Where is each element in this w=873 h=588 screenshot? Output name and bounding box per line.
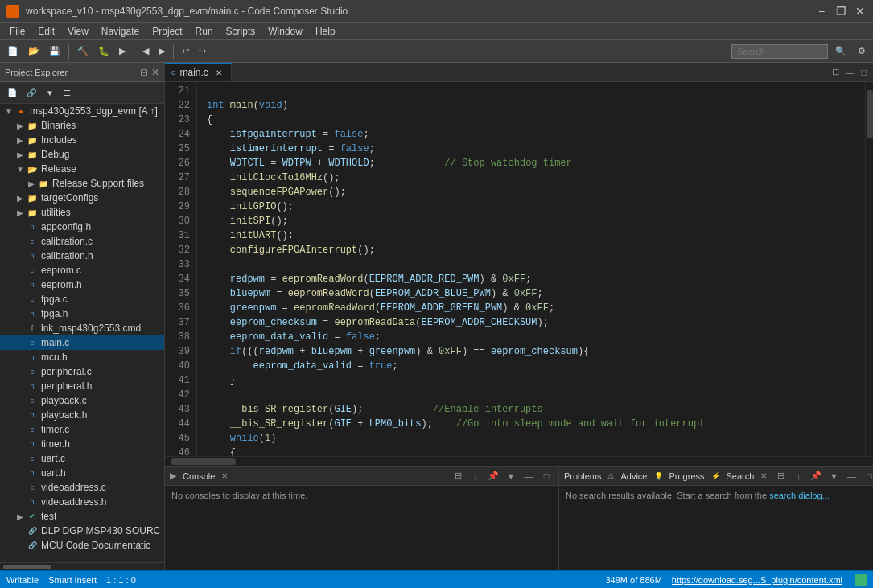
debug-button[interactable]: 🐛 (94, 43, 113, 60)
save-button[interactable]: 💾 (45, 43, 64, 60)
pe-horizontal-scrollbar[interactable] (0, 562, 164, 570)
search-button[interactable]: 🔍 (831, 43, 850, 60)
editor-tab-main-c[interactable]: c main.c ✕ (165, 63, 232, 81)
code-content[interactable]: int main(void) { isfpgainterrupt = false… (197, 82, 865, 456)
tree-item-calibration-h[interactable]: h calibration.h (0, 249, 164, 263)
advice-tab[interactable]: Advice (620, 471, 647, 481)
search-tb-btn3[interactable]: 📌 (809, 469, 823, 483)
problems-tab[interactable]: Problems (564, 471, 601, 481)
tree-item-videoaddress-h[interactable]: h videoaddress.h (0, 495, 164, 509)
editor-tab-menu[interactable]: ⊟ (829, 65, 842, 79)
release-support-arrow[interactable]: ▶ (26, 179, 37, 188)
console-maximize-btn[interactable]: □ (539, 469, 554, 483)
tree-item-videoaddress-c[interactable]: c videoaddress.c (0, 480, 164, 495)
tree-item-uart-c[interactable]: c uart.c (0, 451, 164, 466)
menu-help[interactable]: Help (309, 24, 342, 39)
tree-item-lnk-cmd[interactable]: f lnk_msp430g2553.cmd (0, 321, 164, 335)
tree-item-fpga-c[interactable]: c fpga.c (0, 292, 164, 306)
tree-item-project-root[interactable]: ▼ ● msp430g2553_dgp_evm [A ↑] (0, 104, 164, 118)
console-clear-btn[interactable]: ⊟ (451, 469, 465, 483)
menu-project[interactable]: Project (146, 24, 188, 39)
menu-run[interactable]: Run (189, 24, 220, 39)
pe-filter-icon[interactable]: ▼ (42, 84, 58, 101)
tree-item-timer-c[interactable]: c timer.c (0, 422, 164, 437)
search-dialog-link[interactable]: search dialog... (769, 491, 830, 500)
pe-collapse-icon[interactable]: ⊟ (140, 67, 148, 78)
menu-navigate[interactable]: Navigate (95, 24, 146, 39)
tree-item-appconfig-h[interactable]: h appconfig.h (0, 220, 164, 234)
tree-item-eeprom-h[interactable]: h eeprom.h (0, 278, 164, 292)
forward-button[interactable]: ▶ (154, 43, 169, 60)
status-url-link[interactable]: https://download.seg...S_plugin/content.… (672, 575, 842, 585)
minimize-button[interactable]: − (815, 5, 828, 18)
tree-item-fpga-h[interactable]: h fpga.h (0, 306, 164, 321)
tree-item-debug[interactable]: ▶ 📁 Debug (0, 147, 164, 162)
tree-item-uart-h[interactable]: h uart.h (0, 466, 164, 480)
undo-button[interactable]: ↩ (178, 43, 193, 60)
progress-tab[interactable]: Progress (669, 471, 705, 481)
tree-item-targetconfigs[interactable]: ▶ 📁 targetConfigs (0, 191, 164, 205)
console-settings-btn[interactable]: ▼ (504, 469, 518, 483)
console-close-icon[interactable]: ✕ (221, 471, 228, 480)
tree-item-calibration-c[interactable]: c calibration.c (0, 234, 164, 249)
binaries-arrow[interactable]: ▶ (14, 121, 26, 130)
menu-view[interactable]: View (61, 24, 95, 39)
search-tb-btn2[interactable]: ↓ (791, 469, 805, 483)
search-tb-btn1[interactable]: ⊟ (773, 469, 788, 483)
console-scroll-btn[interactable]: ↓ (468, 469, 483, 483)
menu-window[interactable]: Window (261, 24, 309, 39)
editor-tab-close[interactable]: ✕ (213, 67, 224, 78)
tree-item-peripheral-h[interactable]: h peripheral.h (0, 379, 164, 393)
editor-area-maximize[interactable]: □ (858, 66, 870, 79)
toolbar-search-input[interactable] (731, 44, 828, 59)
tree-item-playback-c[interactable]: c playback.c (0, 393, 164, 408)
console-pin-btn[interactable]: 📌 (486, 469, 500, 483)
search-tb-btn4[interactable]: ▼ (826, 469, 841, 483)
tree-item-timer-h[interactable]: h timer.h (0, 437, 164, 451)
utilities-arrow[interactable]: ▶ (14, 208, 26, 217)
tree-item-main-c[interactable]: c main.c (0, 335, 164, 350)
pe-close-icon[interactable]: ✕ (151, 67, 159, 78)
search-tab[interactable]: Search (727, 471, 755, 481)
tree-item-test[interactable]: ▶ ✔ test (0, 509, 164, 524)
menu-edit[interactable]: Edit (31, 24, 61, 39)
tree-item-mcu-doc[interactable]: 🔗 MCU Code Documentatic (0, 538, 164, 553)
tree-item-eeprom-c[interactable]: c eeprom.c (0, 263, 164, 278)
pe-menu-icon[interactable]: ☰ (60, 84, 75, 101)
tree-item-mcu-h[interactable]: h mcu.h (0, 350, 164, 364)
project-root-arrow[interactable]: ▼ (3, 107, 14, 116)
tree-item-includes[interactable]: ▶ 📁 Includes (0, 133, 164, 147)
editor-area-minimize[interactable]: — (842, 66, 858, 79)
includes-arrow[interactable]: ▶ (14, 136, 26, 145)
tree-item-dlp-link[interactable]: 🔗 DLP DGP MSP430 SOURC (0, 524, 164, 538)
build-button[interactable]: 🔨 (73, 43, 93, 60)
search-minimize-btn[interactable]: — (844, 469, 859, 483)
menu-file[interactable]: File (3, 24, 31, 39)
code-horizontal-scrollbar[interactable] (165, 456, 873, 466)
tree-item-release[interactable]: ▼ 📂 Release (0, 162, 164, 176)
pe-new-icon[interactable]: 📄 (3, 84, 21, 101)
vertical-scrollbar[interactable] (865, 82, 873, 456)
close-button[interactable]: ✕ (854, 5, 867, 18)
debug-arrow[interactable]: ▶ (14, 150, 26, 159)
back-button[interactable]: ◀ (138, 43, 153, 60)
tree-item-binaries[interactable]: ▶ 📁 Binaries (0, 118, 164, 133)
open-button[interactable]: 📂 (24, 43, 43, 60)
settings-button[interactable]: ⚙ (854, 43, 870, 60)
test-arrow[interactable]: ▶ (14, 512, 26, 521)
search-close-icon[interactable]: ✕ (760, 471, 767, 480)
tree-item-peripheral-c[interactable]: c peripheral.c (0, 364, 164, 379)
pe-link-icon[interactable]: 🔗 (23, 84, 40, 101)
menu-scripts[interactable]: Scripts (220, 24, 262, 39)
restore-button[interactable]: ❐ (834, 5, 847, 18)
tree-item-utilities[interactable]: ▶ 📁 utilities (0, 205, 164, 220)
tree-item-playback-h[interactable]: h playback.h (0, 408, 164, 422)
release-arrow[interactable]: ▼ (14, 165, 26, 174)
run-button[interactable]: ▶ (115, 43, 130, 60)
search-maximize-btn[interactable]: □ (862, 469, 873, 483)
new-button[interactable]: 📄 (3, 43, 23, 60)
console-minimize-btn[interactable]: — (521, 469, 536, 483)
redo-button[interactable]: ↪ (195, 43, 210, 60)
tree-item-release-support[interactable]: ▶ 📁 Release Support files (0, 176, 164, 191)
targetconfigs-arrow[interactable]: ▶ (14, 194, 26, 203)
